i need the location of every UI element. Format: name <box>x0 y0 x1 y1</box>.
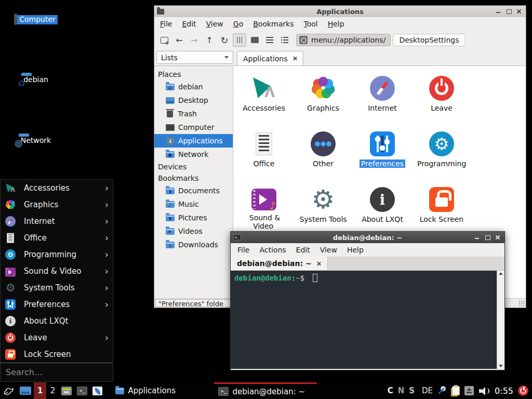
desktop-icon-computer[interactable]: Computer <box>13 12 59 24</box>
menu-tool[interactable]: Tool <box>303 20 317 28</box>
terminal-titlebar[interactable]: debian@debian: ~ <box>231 232 504 243</box>
app-category-leave[interactable]: Leave <box>412 73 471 128</box>
terminal-output[interactable]: debian@debian:~$ <box>231 271 497 369</box>
show-desktop-button[interactable] <box>17 382 34 399</box>
keyboard-layout-indicator[interactable]: DE <box>422 386 433 395</box>
menu-help[interactable]: Help <box>347 246 364 254</box>
up-button[interactable] <box>203 33 216 47</box>
app-category-graphics[interactable]: Graphics <box>294 73 353 128</box>
menu-item-programming[interactable]: Programming› <box>1 246 113 263</box>
menu-item-lock-screen[interactable]: Lock Screen <box>1 346 113 363</box>
sidebar-item-network[interactable]: Network <box>154 148 233 161</box>
new-tab-button[interactable] <box>157 33 171 47</box>
taskbar: 1 2 Applications debian@debian: ~ C N S … <box>0 382 532 399</box>
volume-tray-icon[interactable] <box>478 386 490 395</box>
close-button[interactable] <box>495 235 500 240</box>
menu-item-internet[interactable]: Internet› <box>1 213 113 230</box>
app-category-preferences[interactable]: Preferences <box>353 128 412 184</box>
reload-button[interactable] <box>218 33 231 47</box>
power-button[interactable] <box>518 385 528 396</box>
menu-item-office[interactable]: Office› <box>1 230 113 246</box>
accessories-icon <box>5 183 16 193</box>
quicklaunch-featherpad[interactable] <box>90 382 105 399</box>
programming-icon <box>429 131 454 156</box>
address-segment[interactable]: menu://applications/ <box>296 34 391 46</box>
minimize-button[interactable] <box>474 235 480 240</box>
task-button-terminal[interactable]: debian@debian: ~ <box>214 382 317 399</box>
sidebar-item-documents[interactable]: Documents <box>154 184 233 197</box>
clock[interactable]: 0:55 <box>495 386 513 396</box>
quicklaunch-terminal[interactable] <box>74 382 90 399</box>
sidebar-item-desktop[interactable]: Desktop <box>154 94 233 107</box>
app-category-office[interactable]: Office <box>234 128 294 184</box>
sidebar-item-pictures[interactable]: Pictures <box>154 211 233 224</box>
desktop-icon-debian[interactable]: debian <box>13 72 59 85</box>
detailed-view-button[interactable] <box>278 33 291 47</box>
menu-view[interactable]: View <box>206 20 223 28</box>
sidebar-item-computer[interactable]: Computer <box>154 121 233 134</box>
removable-media-tray-icon[interactable] <box>464 386 474 395</box>
menu-edit[interactable]: Edit <box>296 246 310 254</box>
sidebar-item-applications[interactable]: Applications <box>154 134 233 148</box>
compact-view-button[interactable] <box>263 33 276 47</box>
menu-search-input[interactable]: Search... <box>1 363 113 381</box>
thumbnail-view-button[interactable] <box>248 33 261 47</box>
window-title: Applications <box>154 8 526 16</box>
scroll-up-icon[interactable] <box>499 272 503 275</box>
workspace-1-button[interactable]: 1 <box>34 382 46 399</box>
back-button[interactable] <box>172 33 186 47</box>
minimize-button[interactable] <box>496 9 501 14</box>
menu-item-preferences[interactable]: Preferences› <box>1 296 113 313</box>
menu-item-accessories[interactable]: Accessories› <box>1 180 113 196</box>
sidebar-item-videos[interactable]: Videos <box>154 224 233 238</box>
menu-item-sound-video[interactable]: Sound & Video› <box>1 263 113 280</box>
menu-go[interactable]: Go <box>233 20 243 28</box>
path-bar: menu://applications/ DesktopSettings <box>296 34 520 46</box>
quicklaunch-file-manager[interactable] <box>59 382 74 399</box>
scrolllock-indicator[interactable]: S <box>409 386 415 395</box>
maximize-button[interactable] <box>506 9 511 14</box>
menu-item-leave[interactable]: Leave› <box>1 329 113 346</box>
maximize-button[interactable] <box>485 235 490 240</box>
start-menu-button[interactable] <box>0 382 17 399</box>
menu-file[interactable]: File <box>160 20 172 28</box>
menu-item-system-tools[interactable]: System Tools› <box>1 280 113 296</box>
task-button-applications[interactable]: Applications <box>111 382 214 399</box>
capslock-indicator[interactable]: C <box>388 386 393 395</box>
clipboard-tray-icon[interactable] <box>452 386 460 395</box>
app-category-accessories[interactable]: Accessories <box>234 73 294 128</box>
menu-help[interactable]: Help <box>328 20 344 28</box>
sidebar-item-music[interactable]: Music <box>154 197 233 211</box>
close-button[interactable] <box>516 9 522 14</box>
app-category-programming[interactable]: Programming <box>412 128 471 184</box>
menu-item-about-lxqt[interactable]: About LXQt <box>1 313 113 329</box>
menu-view[interactable]: View <box>320 246 337 254</box>
screenshot-tray-icon[interactable] <box>437 385 447 397</box>
menu-bookmarks[interactable]: Bookmarks <box>253 20 294 28</box>
icon-view-button[interactable] <box>233 33 246 47</box>
menu-item-graphics[interactable]: Graphics› <box>1 196 113 213</box>
scroll-down-icon[interactable] <box>499 365 503 367</box>
terminal-tab[interactable]: debian@debian: ~ <box>231 257 328 270</box>
sidebar-item-trash[interactable]: Trash <box>154 107 233 121</box>
app-category-internet[interactable]: Internet <box>353 73 412 128</box>
numlock-indicator[interactable]: N <box>398 386 405 395</box>
app-category-other[interactable]: Other <box>294 128 353 184</box>
internet-icon <box>370 76 395 101</box>
tab-close-icon[interactable] <box>316 261 321 266</box>
sidebar-item-debian[interactable]: debian <box>154 80 233 94</box>
forward-button[interactable] <box>188 33 201 47</box>
desktop-icon-network[interactable]: Network <box>13 133 59 145</box>
resize-grip[interactable] <box>518 300 525 307</box>
menu-file[interactable]: File <box>237 246 249 254</box>
menu-edit[interactable]: Edit <box>182 20 196 28</box>
tab-close-icon[interactable] <box>292 56 297 61</box>
menu-actions[interactable]: Actions <box>259 246 286 254</box>
sidebar-item-downloads[interactable]: Downloads <box>154 238 233 251</box>
tab-applications[interactable]: Applications <box>237 51 303 65</box>
terminal-scrollbar[interactable] <box>497 271 504 369</box>
fm-titlebar[interactable]: Applications <box>154 6 526 17</box>
sidebar-mode-combo[interactable]: Lists <box>156 51 233 64</box>
desktop-settings-breadcrumb[interactable]: DesktopSettings <box>393 34 465 46</box>
workspace-2-button[interactable]: 2 <box>46 382 59 399</box>
